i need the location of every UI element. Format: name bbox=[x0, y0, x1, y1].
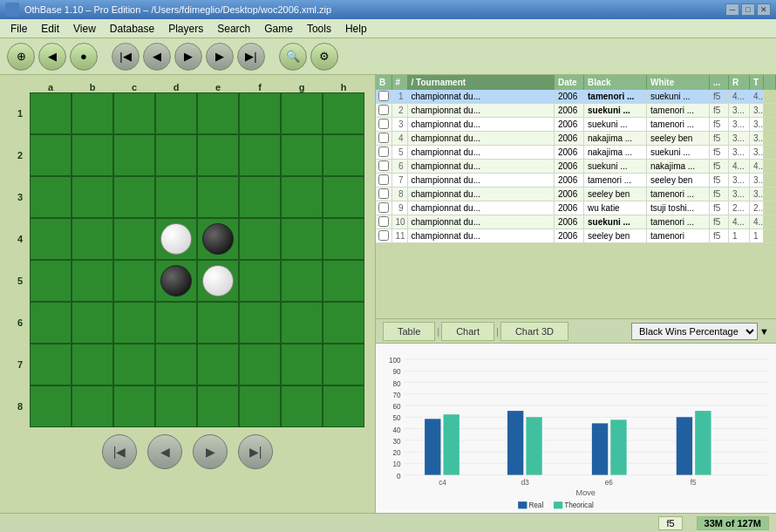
cell-d8[interactable] bbox=[155, 385, 197, 427]
row-checkbox[interactable] bbox=[376, 201, 391, 215]
cell-b8[interactable] bbox=[71, 385, 113, 427]
maximize-button[interactable]: □ bbox=[741, 3, 755, 16]
table-row[interactable]: 11 championnat du... 2006 seeley ben tam… bbox=[376, 229, 776, 243]
menu-edit[interactable]: Edit bbox=[34, 21, 66, 37]
cell-a2[interactable] bbox=[30, 134, 71, 176]
menu-help[interactable]: Help bbox=[338, 21, 374, 37]
col-header-tournament[interactable]: / Tournament bbox=[407, 75, 555, 90]
chart-tab[interactable]: Chart bbox=[441, 322, 494, 341]
row-checkbox[interactable] bbox=[376, 104, 391, 118]
cell-e7[interactable] bbox=[197, 344, 239, 385]
table-row[interactable]: 9 championnat du... 2006 wu katie tsuji … bbox=[376, 201, 776, 215]
first-move-button[interactable]: |◀ bbox=[102, 434, 137, 469]
cell-g2[interactable] bbox=[281, 134, 323, 176]
last-button[interactable]: ▶| bbox=[237, 43, 265, 71]
cell-d5[interactable] bbox=[155, 260, 197, 302]
cell-f1[interactable] bbox=[239, 92, 281, 134]
cell-c2[interactable] bbox=[113, 134, 155, 176]
cell-g8[interactable] bbox=[281, 385, 323, 427]
cell-e5[interactable] bbox=[197, 260, 239, 302]
col-header-black[interactable]: Black bbox=[584, 75, 647, 90]
cell-d6[interactable] bbox=[155, 302, 197, 344]
cell-g6[interactable] bbox=[281, 302, 323, 344]
cell-f5[interactable] bbox=[239, 260, 281, 302]
cell-b4[interactable] bbox=[71, 218, 113, 260]
table-row[interactable]: 10 championnat du... 2006 suekuni ... ta… bbox=[376, 215, 776, 229]
cell-d3[interactable] bbox=[155, 176, 197, 218]
cell-a6[interactable] bbox=[30, 302, 71, 344]
cell-c7[interactable] bbox=[113, 344, 155, 385]
cell-a5[interactable] bbox=[30, 260, 71, 302]
cell-a1[interactable] bbox=[30, 92, 71, 134]
search-button[interactable]: 🔍 bbox=[279, 43, 307, 71]
chart3d-tab[interactable]: Chart 3D bbox=[500, 322, 568, 341]
cell-h6[interactable] bbox=[323, 302, 364, 344]
cell-c3[interactable] bbox=[113, 176, 155, 218]
cell-g7[interactable] bbox=[281, 344, 323, 385]
minimize-button[interactable]: ─ bbox=[725, 3, 739, 16]
prev-move-button[interactable]: ◀ bbox=[147, 434, 182, 469]
menu-players[interactable]: Players bbox=[161, 21, 210, 37]
cell-d4[interactable] bbox=[155, 218, 197, 260]
cell-c6[interactable] bbox=[113, 302, 155, 344]
cell-d1[interactable] bbox=[155, 92, 197, 134]
cell-d2[interactable] bbox=[155, 134, 197, 176]
cell-c8[interactable] bbox=[113, 385, 155, 427]
prev-button[interactable]: ◀ bbox=[143, 43, 171, 71]
cell-e4[interactable] bbox=[197, 218, 239, 260]
table-row[interactable]: 5 championnat du... 2006 nakajima ... su… bbox=[376, 146, 776, 160]
cell-g1[interactable] bbox=[281, 92, 323, 134]
cell-h2[interactable] bbox=[323, 134, 364, 176]
row-checkbox[interactable] bbox=[376, 229, 391, 243]
back-button[interactable]: |◀ bbox=[112, 43, 140, 71]
cell-b3[interactable] bbox=[71, 176, 113, 218]
cell-h7[interactable] bbox=[323, 344, 364, 385]
cell-e2[interactable] bbox=[197, 134, 239, 176]
cell-c1[interactable] bbox=[113, 92, 155, 134]
forward-button[interactable]: ▶ bbox=[174, 43, 202, 71]
cell-g5[interactable] bbox=[281, 260, 323, 302]
cell-h3[interactable] bbox=[323, 176, 364, 218]
cell-a4[interactable] bbox=[30, 218, 71, 260]
row-checkbox[interactable] bbox=[376, 118, 391, 132]
row-checkbox[interactable] bbox=[376, 90, 391, 104]
game-table[interactable]: B # / Tournament Date Black White ... R … bbox=[376, 75, 776, 319]
col-header-white[interactable]: White bbox=[647, 75, 710, 90]
menu-game[interactable]: Game bbox=[257, 21, 300, 37]
next-button[interactable]: ▶ bbox=[206, 43, 234, 71]
chart-type-select[interactable]: Black Wins Percentage White Wins Percent… bbox=[631, 323, 758, 340]
row-checkbox[interactable] bbox=[376, 188, 391, 201]
menu-database[interactable]: Database bbox=[103, 21, 161, 37]
menu-file[interactable]: File bbox=[3, 21, 34, 37]
cell-h8[interactable] bbox=[323, 385, 364, 427]
table-row[interactable]: 2 championnat du... 2006 suekuni ... tam… bbox=[376, 104, 776, 118]
cell-f3[interactable] bbox=[239, 176, 281, 218]
save-button[interactable]: ● bbox=[70, 43, 98, 71]
row-checkbox[interactable] bbox=[376, 160, 391, 174]
cell-e1[interactable] bbox=[197, 92, 239, 134]
table-row[interactable]: 8 championnat du... 2006 seeley ben tame… bbox=[376, 188, 776, 201]
col-header-date[interactable]: Date bbox=[555, 75, 584, 90]
table-row[interactable]: 6 championnat du... 2006 suekuni ... nak… bbox=[376, 160, 776, 174]
table-row[interactable]: 1 championnat du... 2006 tamenori ... su… bbox=[376, 90, 776, 104]
close-button[interactable]: ✕ bbox=[757, 3, 771, 16]
table-row[interactable]: 3 championnat du... 2006 suekuni ... tam… bbox=[376, 118, 776, 132]
row-checkbox[interactable] bbox=[376, 215, 391, 229]
table-row[interactable]: 7 championnat du... 2006 tamenori ... se… bbox=[376, 174, 776, 188]
menu-view[interactable]: View bbox=[66, 21, 103, 37]
cell-d7[interactable] bbox=[155, 344, 197, 385]
cell-g4[interactable] bbox=[281, 218, 323, 260]
cell-e8[interactable] bbox=[197, 385, 239, 427]
cell-a3[interactable] bbox=[30, 176, 71, 218]
open-button[interactable]: ◀ bbox=[38, 43, 66, 71]
cell-h4[interactable] bbox=[323, 218, 364, 260]
table-tab[interactable]: Table bbox=[383, 322, 435, 341]
cell-h1[interactable] bbox=[323, 92, 364, 134]
last-move-button[interactable]: ▶| bbox=[238, 434, 273, 469]
cell-b6[interactable] bbox=[71, 302, 113, 344]
row-checkbox[interactable] bbox=[376, 132, 391, 146]
menu-search[interactable]: Search bbox=[210, 21, 257, 37]
cell-b1[interactable] bbox=[71, 92, 113, 134]
cell-f4[interactable] bbox=[239, 218, 281, 260]
row-checkbox[interactable] bbox=[376, 174, 391, 188]
